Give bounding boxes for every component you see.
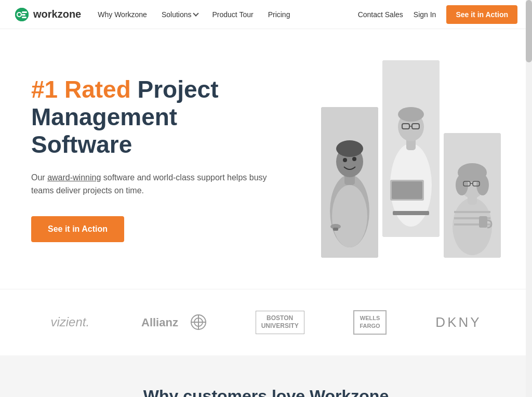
svg-rect-27 — [392, 181, 422, 199]
scrollbar-track[interactable] — [526, 0, 532, 397]
hero-section: #1 Rated Project Management Software Our… — [0, 29, 532, 289]
svg-point-9 — [332, 185, 367, 247]
award-winning-link[interactable]: award-winning — [47, 173, 101, 182]
person-1-svg — [321, 107, 378, 258]
nav-link-pricing[interactable]: Pricing — [268, 10, 290, 19]
logo-allianz: Allianz — [139, 312, 206, 333]
hero-subtitle: Our award-winning software and world-cla… — [31, 171, 281, 197]
svg-text:Allianz: Allianz — [141, 316, 178, 329]
logo-link[interactable]: workzone — [15, 7, 81, 22]
logos-section: vizient. Allianz BOSTON UNIVERSITY WELLS… — [0, 289, 532, 355]
logo-wells-fargo: WELLS FARGO — [353, 310, 386, 335]
svg-point-36 — [456, 175, 468, 195]
logo-text: workzone — [33, 8, 81, 20]
hero-title: #1 Rated Project Management Software — [31, 76, 281, 158]
nav-link-solutions[interactable]: Solutions — [162, 10, 198, 19]
svg-rect-5 — [22, 17, 26, 18]
svg-rect-30 — [454, 211, 490, 213]
sign-in-link[interactable]: Sign In — [414, 10, 436, 19]
hero-content: #1 Rated Project Management Software Our… — [31, 76, 281, 242]
person-2-svg — [382, 60, 440, 237]
logo-dkny: DKNY — [435, 314, 481, 330]
hero-title-highlight: #1 Rated — [31, 76, 131, 103]
nav-link-why-workzone[interactable]: Why Workzone — [98, 10, 147, 19]
logos-row: vizient. Allianz BOSTON UNIVERSITY WELLS… — [31, 310, 501, 335]
svg-point-37 — [476, 175, 489, 195]
svg-rect-16 — [333, 228, 338, 231]
svg-point-14 — [352, 157, 356, 161]
logo-icon — [15, 7, 29, 22]
logo-boston-university: BOSTON UNIVERSITY — [256, 311, 304, 334]
hero-image-2 — [382, 60, 440, 237]
logo-vizient: vizient. — [50, 315, 89, 329]
person-3-svg — [444, 133, 501, 258]
nav-link-product-tour[interactable]: Product Tour — [212, 10, 254, 19]
hero-image-1 — [321, 107, 378, 258]
svg-rect-3 — [22, 11, 27, 13]
svg-point-13 — [343, 158, 347, 162]
nav-right: Contact Sales Sign In See it in Action — [358, 5, 517, 24]
scrollbar-thumb[interactable] — [526, 0, 532, 62]
svg-rect-4 — [22, 14, 25, 16]
chevron-down-icon — [193, 10, 198, 16]
nav-cta-button[interactable]: See it in Action — [446, 5, 517, 24]
navbar: workzone Why Workzone Solutions Product … — [0, 0, 532, 29]
hero-cta-button[interactable]: See it in Action — [31, 216, 124, 242]
svg-rect-41 — [479, 216, 487, 228]
why-section-title: Why customers love Workzone — [31, 387, 501, 397]
svg-point-12 — [336, 140, 363, 157]
svg-point-2 — [18, 13, 21, 16]
why-section: Why customers love Workzone “ “ “ — [0, 355, 532, 397]
hero-image-3 — [444, 133, 501, 258]
hero-images — [321, 60, 501, 258]
nav-links: Why Workzone Solutions Product Tour Pric… — [98, 10, 357, 19]
contact-sales-link[interactable]: Contact Sales — [358, 10, 403, 19]
svg-rect-19 — [393, 211, 429, 215]
svg-point-22 — [398, 107, 424, 122]
